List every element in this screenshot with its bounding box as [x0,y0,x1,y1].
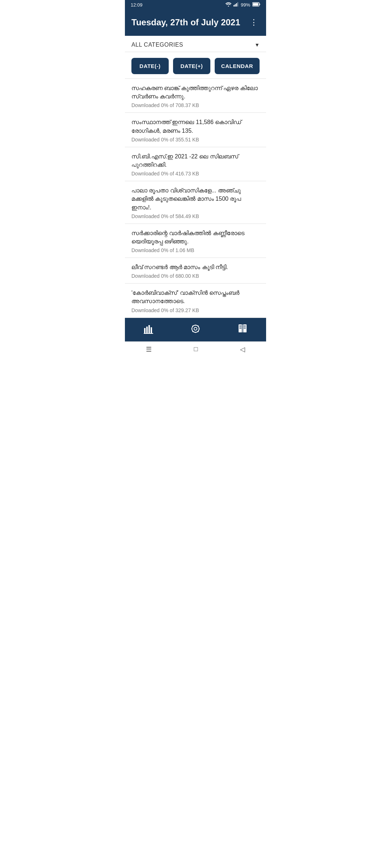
book-icon [237,324,248,336]
svg-point-13 [194,327,197,330]
system-back-button[interactable]: ◁ [240,345,245,353]
svg-point-16 [192,328,193,329]
wifi-icon [226,2,231,8]
svg-rect-6 [260,4,260,5]
svg-rect-31 [244,328,246,329]
news-item-6[interactable]: ലീവ് സറണ്ടർ ആർ മാസം കൂടി നീട്ടി. Downloa… [125,258,266,284]
status-icons: 99% [226,2,260,8]
bars-chart-icon [143,324,154,336]
header-title: Tuesday, 27th of July 2021 [131,17,248,27]
svg-rect-29 [244,326,246,326]
news-meta: Downloaded 0% of 708.37 KB [131,102,260,108]
header: Tuesday, 27th of July 2021 ⋮ [125,10,266,36]
svg-rect-27 [239,327,241,327]
svg-rect-11 [144,333,153,334]
status-bar: 12:09 99% [125,0,266,10]
svg-point-19 [198,331,199,332]
news-title: പാലാ രൂപതാ വിശ്വാസികളേ... അഞ്ചു മക്കളിൽ … [131,186,260,212]
action-buttons: DATE(-) DATE(+) CALENDAR [125,52,266,79]
svg-rect-7 [144,328,146,333]
date-plus-button[interactable]: DATE(+) [173,58,210,74]
news-meta: Downloaded 0% of 355.51 KB [131,137,260,142]
more-options-button[interactable]: ⋮ [248,16,260,29]
news-title: സംസ്ഥാനത്ത് ഇന്നലെ 11,586 കൊവിഡ് രോഗികൾ,… [131,118,260,135]
svg-rect-8 [146,327,148,333]
nav-book-button[interactable] [229,322,256,338]
settings-icon [190,324,201,336]
svg-rect-30 [244,327,246,327]
dropdown-arrow-icon: ▼ [255,42,260,48]
news-list: സഹകരണ ബാങ്ക് കുത്തിത്തുറന്ന് ഏഴര കിലോ സ്… [125,79,266,318]
nav-settings-button[interactable] [182,322,209,338]
news-title: 'കോർബിവാക്സ്' വാക്സിൻ സെപ്തംബർ അവസാനത്തോ… [131,289,260,305]
news-meta: Downloaded 0% of 329.27 KB [131,307,260,313]
svg-rect-28 [239,328,241,329]
news-title: ലീവ് സറണ്ടർ ആർ മാസം കൂടി നീട്ടി. [131,263,260,271]
time-display: 12:09 [131,2,143,8]
news-item-1[interactable]: സഹകരണ ബാങ്ക് കുത്തിത്തുറന്ന് ഏഴര കിലോ സ്… [125,79,266,113]
news-title: സി.ബി.എസ്.ഇ 2021 -22 ലെ സിലബസ് പുറത്തിറക… [131,152,260,169]
news-title: സർക്കാരിന്റെ വാർഷികത്തിൽ കണ്ണീരോടെ യെദിയ… [131,229,260,246]
svg-rect-1 [235,4,236,7]
svg-point-14 [195,324,196,326]
category-selector[interactable]: ALL CATEGORIES ▼ [125,36,266,52]
svg-point-21 [192,331,193,332]
news-meta: Downloaded 0% of 416.73 KB [131,171,260,176]
news-item-3[interactable]: സി.ബി.എസ്.ഇ 2021 -22 ലെ സിലബസ് പുറത്തിറക… [125,147,266,181]
svg-rect-2 [236,3,237,7]
news-meta: Downloaded 0% of 680.00 KB [131,273,260,279]
svg-point-17 [199,328,200,329]
svg-point-18 [192,326,193,327]
nav-bars-button[interactable] [135,322,162,338]
svg-rect-0 [234,5,235,7]
calendar-button[interactable]: CALENDAR [215,58,260,74]
svg-point-15 [195,332,196,333]
date-minus-button[interactable]: DATE(-) [131,58,169,74]
news-title: സഹകരണ ബാങ്ക് കുത്തിത്തുറന്ന് ഏഴര കിലോ സ്… [131,84,260,101]
svg-point-20 [198,326,199,327]
news-item-5[interactable]: സർക്കാരിന്റെ വാർഷികത്തിൽ കണ്ണീരോടെ യെദിയ… [125,224,266,258]
svg-rect-5 [253,3,258,6]
news-item-2[interactable]: സംസ്ഥാനത്ത് ഇന്നലെ 11,586 കൊവിഡ് രോഗികൾ,… [125,113,266,147]
battery-icon [252,2,260,8]
signal-icon [234,2,239,8]
bottom-nav [125,318,266,341]
svg-rect-9 [148,325,150,333]
news-meta: Downloaded 0% of 1.06 MB [131,247,260,253]
news-item-4[interactable]: പാലാ രൂപതാ വിശ്വാസികളേ... അഞ്ചു മക്കളിൽ … [125,181,266,224]
svg-rect-26 [239,326,241,326]
system-menu-button[interactable]: ☰ [146,345,152,353]
news-meta: Downloaded 0% of 584.49 KB [131,213,260,219]
news-item-7[interactable]: 'കോർബിവാക്സ്' വാക്സിൻ സെപ്തംബർ അവസാനത്തോ… [125,284,266,318]
system-home-button[interactable]: □ [194,345,198,353]
svg-rect-3 [237,2,238,7]
system-nav-bar: ☰ □ ◁ [125,341,266,356]
battery-percent: 99% [241,2,250,8]
svg-rect-10 [151,327,152,333]
category-label: ALL CATEGORIES [131,42,183,48]
